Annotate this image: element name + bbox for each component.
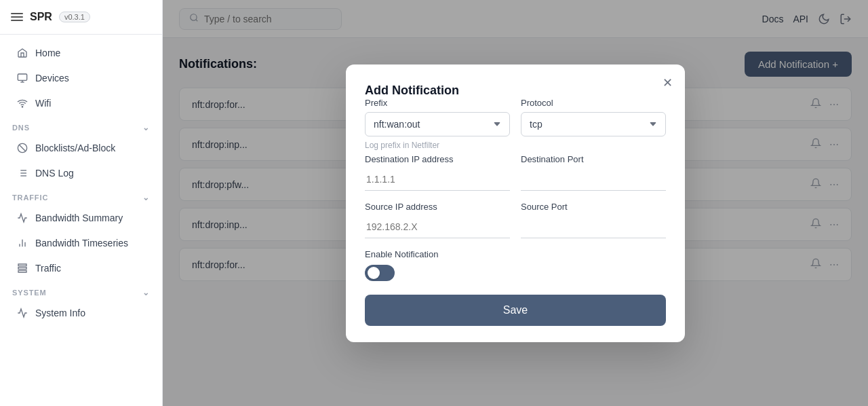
dest-row: Destination IP address Destination Port [365, 154, 666, 191]
sidebar-item-devices-label: Devices [35, 73, 69, 84]
sidebar-item-bandwidth-summary[interactable]: Bandwidth Summary [4, 206, 158, 230]
chart-icon [16, 212, 28, 224]
dest-port-label: Destination Port [521, 154, 666, 164]
src-ip-group: Source IP address [365, 202, 510, 238]
sidebar: SPR v0.3.1 Home Devices Wifi DNS ⌄ [0, 0, 163, 406]
timeseries-icon [16, 237, 28, 249]
enable-notification-row: Enable Notification [365, 249, 666, 281]
sidebar-item-traffic[interactable]: Traffic [4, 256, 158, 280]
protocol-group: Protocol tcp udp icmp any [521, 98, 666, 136]
src-port-label: Source Port [521, 202, 666, 212]
sidebar-item-devices[interactable]: Devices [4, 66, 158, 90]
sidebar-item-bandwidth-timeseries-label: Bandwidth Timeseries [35, 238, 128, 248]
dest-port-input[interactable] [521, 168, 666, 191]
dest-ip-label: Destination IP address [365, 154, 510, 164]
modal-overlay: Add Notification ✕ Prefix nft:wan:out nf… [163, 0, 868, 406]
wifi-icon [16, 97, 28, 109]
dns-log-icon [16, 167, 28, 179]
prefix-hint: Log prefix in Netfilter [365, 141, 666, 150]
toggle-knob [368, 267, 380, 279]
svg-rect-0 [18, 74, 26, 80]
version-badge: v0.3.1 [59, 12, 90, 22]
system-chevron-icon: ⌄ [142, 288, 150, 297]
prefix-select[interactable]: nft:wan:out nft:drop:forward nft:drop:in… [365, 112, 510, 136]
sidebar-item-traffic-label: Traffic [35, 263, 61, 274]
hamburger-icon[interactable] [11, 13, 23, 21]
save-button[interactable]: Save [365, 295, 666, 326]
src-row: Source IP address Source Port [365, 202, 666, 238]
svg-line-5 [19, 145, 25, 151]
sidebar-item-dns-log-label: DNS Log [35, 168, 74, 179]
enable-label: Enable Notification [365, 249, 666, 259]
dest-ip-group: Destination IP address [365, 154, 510, 191]
sidebar-item-home-label: Home [35, 48, 60, 58]
src-ip-label: Source IP address [365, 202, 510, 212]
modal-close-button[interactable]: ✕ [663, 77, 673, 89]
section-traffic: TRAFFIC ⌄ [0, 186, 162, 205]
src-port-input[interactable] [521, 216, 666, 238]
src-ip-input[interactable] [365, 216, 510, 238]
sidebar-item-wifi-label: Wifi [35, 98, 51, 109]
prefix-group: Prefix nft:wan:out nft:drop:forward nft:… [365, 98, 510, 136]
svg-point-3 [22, 107, 22, 107]
dns-chevron-icon: ⌄ [142, 123, 150, 132]
dest-port-group: Destination Port [521, 154, 666, 191]
app-name: SPR [30, 11, 52, 23]
enable-toggle[interactable] [365, 265, 395, 281]
sidebar-item-blocklists-label: Blocklists/Ad-Block [35, 143, 115, 153]
traffic-chevron-icon: ⌄ [142, 193, 150, 202]
prefix-protocol-row: Prefix nft:wan:out nft:drop:forward nft:… [365, 98, 666, 136]
section-dns: DNS ⌄ [0, 116, 162, 135]
traffic-icon [16, 262, 28, 274]
sidebar-item-home[interactable]: Home [4, 41, 158, 65]
monitor-icon [16, 72, 28, 84]
protocol-label: Protocol [521, 98, 666, 108]
main-content: Docs API Notifications: Add Notification… [163, 0, 868, 406]
sidebar-item-blocklists[interactable]: Blocklists/Ad-Block [4, 136, 158, 160]
sidebar-nav: Home Devices Wifi DNS ⌄ Blocklists/Ad-Bl… [0, 35, 162, 331]
sidebar-item-wifi[interactable]: Wifi [4, 91, 158, 115]
add-notification-modal: Add Notification ✕ Prefix nft:wan:out nf… [346, 64, 685, 342]
sidebar-item-system-info-label: System Info [35, 308, 85, 318]
modal-title: Add Notification [365, 84, 459, 97]
section-system: SYSTEM ⌄ [0, 281, 162, 300]
system-icon [16, 307, 28, 319]
sidebar-item-bandwidth-summary-label: Bandwidth Summary [35, 213, 123, 223]
block-icon [16, 142, 28, 154]
protocol-select[interactable]: tcp udp icmp any [521, 112, 666, 136]
sidebar-item-dns-log[interactable]: DNS Log [4, 161, 158, 185]
sidebar-header: SPR v0.3.1 [0, 0, 162, 35]
sidebar-item-bandwidth-timeseries[interactable]: Bandwidth Timeseries [4, 231, 158, 255]
sidebar-item-system-info[interactable]: System Info [4, 301, 158, 325]
src-port-group: Source Port [521, 202, 666, 238]
prefix-label: Prefix [365, 98, 510, 108]
dest-ip-input[interactable] [365, 168, 510, 191]
home-icon [16, 47, 28, 59]
